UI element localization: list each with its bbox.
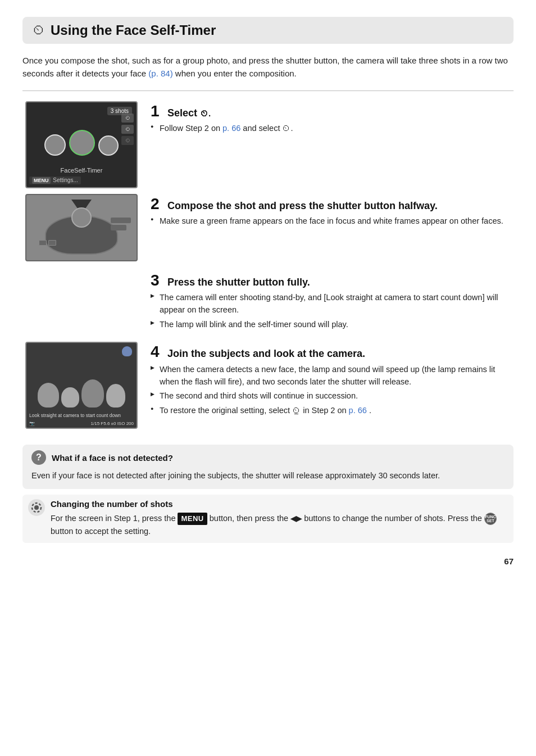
body-icon-1 [39,240,47,246]
step-2-content: 2 Compose the shot and press the shutter… [151,194,514,230]
intro-paragraph: Once you compose the shot, such as for a… [22,54,514,80]
func-set-button: FUNCSET [484,513,497,525]
steps-container: 3 shots FaceSelf-Timer MENU Settings... … [22,101,514,435]
cam-display-strip [111,218,131,230]
group-faces-row [26,379,137,408]
step-1-heading-row: 1 Select ⏲. [151,103,514,123]
step-1-image-col: 3 shots FaceSelf-Timer MENU Settings... … [22,101,140,188]
info-box: ? What if a face is not detected? Even i… [22,445,514,488]
tip-box-icon [28,499,45,516]
group-face-4 [106,384,125,408]
strip-2 [111,225,126,230]
step-1-row: 3 shots FaceSelf-Timer MENU Settings... … [22,101,514,188]
step-4-b3-link[interactable]: p. 66 [349,406,367,415]
step-2-heading-row: 2 Compose the shot and press the shutter… [151,196,514,216]
svg-point-0 [34,505,39,510]
intro-text-3: when you enter the composition. [175,69,297,78]
shutter-image [25,194,138,261]
step-4-number: 4 [151,344,163,360]
step-4-bullet-2: The second and third shots will continue… [151,390,514,402]
step-4-b3-end: . [369,406,371,415]
step-4-row: Look straight at camera to start count d… [22,342,514,429]
step-2-row: 2 Compose the shot and press the shutter… [22,194,514,261]
step-3-number: 3 [151,273,163,288]
tip-text-mid2: buttons to change the number of shots. P… [304,514,482,523]
face-left [44,134,66,156]
menu-settings-label: MENU Settings... [29,176,81,184]
tip-box-text: For the screen in Step 1, press the MENU… [51,512,505,538]
arr-right: ▶ [296,513,302,524]
face-self-timer-label: FaceSelf-Timer [26,167,137,174]
step-2-number: 2 [151,196,163,212]
arr-left: ◀ [290,513,296,524]
step-2-bullets: Make sure a green frame appears on the f… [151,215,514,228]
body-icon-2 [48,240,56,246]
info-box-text: Even if your face is not detected after … [31,469,505,482]
step-4-bullet-1: When the camera detects a new face, the … [151,364,514,388]
step-3-bullet-2: The lamp will blink and the self-timer s… [151,319,514,331]
page-number: 67 [22,556,514,566]
face-right [98,135,119,156]
face-self-timer-title-icon: ⏲ [33,23,45,38]
page-title-bar: ⏲ Using the Face Self-Timer [22,17,514,44]
step-1-heading: Select ⏲. [167,107,211,120]
step-1-content: 1 Select ⏲. Follow Step 2 on p. 66 and s… [151,101,514,137]
tip-box-title: Changing the number of shots [51,499,505,509]
group-screen: Look straight at camera to start count d… [25,342,138,429]
person-icon [122,346,132,356]
step-4-content: 4 Join the subjects and look at the came… [151,342,514,419]
arrow-buttons: ◀ ▶ [290,513,302,524]
cam-icon-1: ⏲ [121,114,134,123]
step-3-row: 3 Press the shutter button fully. The ca… [22,270,514,333]
intro-link[interactable]: (p. 84) [148,69,172,78]
step-2-bullet-1: Make sure a green frame appears on the f… [151,215,514,228]
step-2-heading: Compose the shot and press the shutter b… [167,200,438,212]
step-4-heading-row: 4 Join the subjects and look at the came… [151,344,514,364]
step-4-heading: Join the subjects and look at the camera… [167,347,365,360]
cam-icon-3: ⏲ [121,136,134,145]
step-3-bullet-1: The camera will enter shooting stand-by,… [151,292,514,316]
step-1-b1-link[interactable]: p. 66 [222,124,240,133]
group-screen-footer: 📷 1/15 F5.6 ±0 ISO 200 [26,421,137,426]
group-screen-settings: 1/15 F5.6 ±0 ISO 200 [91,421,134,426]
group-screen-overlay-text: Look straight at camera to start count d… [29,413,134,419]
step-1-b1-text1: Follow Step 2 on [160,124,220,133]
face-area [44,130,119,156]
step-4-b3-text2: in Step 2 on [303,406,348,415]
face-center [69,130,95,156]
step-2-image-col [22,194,140,261]
menu-kbd: MENU [178,513,207,525]
tip-text-pre: For the screen in Step 1, press the [51,514,175,523]
menu-icon: MENU [32,177,51,184]
step-1-bullets: Follow Step 2 on p. 66 and select ⏲. [151,123,514,135]
camera-screen-1: 3 shots FaceSelf-Timer MENU Settings... … [25,101,138,188]
shutter-button [71,207,92,228]
step-3-content: 3 Press the shutter button fully. The ca… [151,270,514,333]
step-1-b1-text2: and select ⏲. [243,124,293,133]
step-1-bullet-1: Follow Step 2 on p. 66 and select ⏲. [151,123,514,135]
camera-icons-right: ⏲ ⏲ ⏲ [121,114,134,145]
info-box-title-row: ? What if a face is not detected? [31,450,505,465]
gear-icon [30,501,43,514]
step-4-bullets: When the camera detects a new face, the … [151,364,514,417]
step-1-number: 1 [151,103,163,119]
step-4-b3-text1: To restore the original setting, select [160,406,290,415]
step-3-heading-row: 3 Press the shutter button fully. [151,273,514,292]
group-face-3 [81,379,104,408]
func-set-label: FUNCSET [485,515,496,523]
step-1-icon: ⏲. [200,108,211,117]
tip-text-end: button to accept the setting. [51,527,151,536]
info-box-heading: What if a face is not detected? [52,453,173,463]
group-face-1 [38,383,59,408]
tip-box: Changing the number of shots For the scr… [22,495,514,544]
strip-1 [111,218,131,223]
cam-body-icons [39,240,56,246]
step-3-heading: Press the shutter button fully. [167,276,310,289]
settings-label: Settings... [53,177,78,183]
cam-icon-2: ⏲ [121,125,134,134]
step-4-image-col: Look straight at camera to start count d… [22,342,140,429]
section-divider [22,90,514,91]
step-3-bullets: The camera will enter shooting stand-by,… [151,292,514,331]
page-title: Using the Face Self-Timer [51,22,216,38]
group-face-2 [61,387,79,408]
